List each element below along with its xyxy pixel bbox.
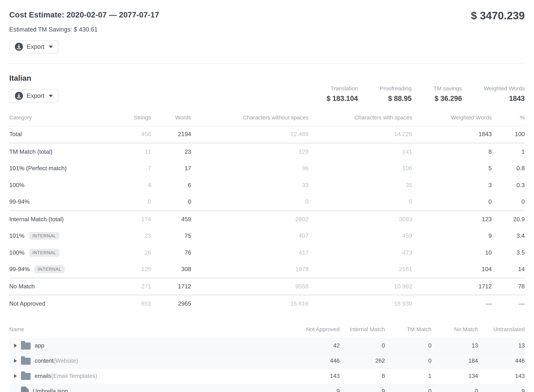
percent-cell: 100: [492, 126, 525, 143]
file-row-umbrella-json[interactable]: JSON Umbrella.json 9 9 0 0 9: [9, 384, 525, 392]
words-cell: 6: [151, 177, 191, 194]
not-approved-cell: 42: [293, 338, 340, 353]
file-name-suffix: (Email Templates): [51, 373, 97, 379]
percent-cell: 3.5: [492, 244, 525, 261]
cost-row-101-internal: 101% Internal 23 75 407 459 9 3.4: [9, 227, 525, 244]
chars-without-cell: 2802: [191, 210, 309, 227]
weighted-cell: 10: [412, 244, 492, 261]
file-name: app: [35, 342, 44, 349]
chars-with-cell: 3093: [309, 210, 412, 227]
file-row-content[interactable]: content(Website) 446 262 0 184 446: [9, 353, 525, 369]
tm-match-cell: 0: [385, 338, 432, 353]
grand-total-amount: $ 3470.239: [471, 9, 525, 22]
stat-label: Translation: [326, 85, 358, 92]
chars-without-cell: 0: [191, 194, 309, 210]
column-header-words: Words: [151, 111, 191, 126]
column-header-not-approved: Not Approved: [293, 323, 340, 338]
chars-with-cell: 0: [309, 194, 412, 210]
weighted-cell: 1712: [412, 278, 492, 295]
category-label: 100%: [9, 249, 24, 256]
tm-match-cell: 0: [385, 353, 432, 369]
cost-row-99-94-internal: 99-94% Internal 125 308 1978 2161 104 14: [9, 261, 525, 278]
cost-row-no-match: No Match 271 1712 9558 10 992 1712 78: [9, 278, 525, 295]
page-title: Cost Estimate: 2020-02-07 — 2077-07-17: [9, 10, 525, 19]
stat-proofreading: Proofreading $ 88.95: [380, 85, 412, 103]
percent-cell: 3.4: [492, 227, 525, 244]
column-header-internal-match: Internal Match: [340, 323, 385, 338]
strings-cell: 653: [113, 295, 151, 312]
stat-translation: Translation $ 183.104: [326, 85, 358, 103]
weighted-cell: 104: [412, 261, 492, 278]
chars-with-cell: 106: [309, 160, 412, 177]
strings-cell: 7: [113, 160, 151, 177]
expand-chevron-icon[interactable]: [14, 374, 17, 378]
chars-with-cell: 2161: [309, 261, 412, 278]
not-approved-cell: 143: [293, 369, 340, 384]
language-toolbar: Export Translation $ 183.104 Proofreadin…: [9, 83, 525, 103]
internal-match-cell: 0: [340, 338, 385, 353]
column-header-untranslated: Untranslated: [478, 323, 525, 338]
weighted-cell: 5: [412, 160, 492, 177]
export-button-label: Export: [27, 43, 44, 50]
internal-badge: Internal: [34, 265, 65, 273]
category-label: 99-94%: [9, 198, 30, 205]
words-cell: 459: [151, 210, 191, 227]
chars-without-cell: 129: [191, 143, 309, 160]
export-button[interactable]: Export: [9, 40, 58, 53]
column-header-weighted: Weighted Words: [412, 111, 492, 126]
cost-breakdown-table: Category Strings Words Characters withou…: [9, 111, 525, 312]
chars-without-cell: 1978: [191, 261, 309, 278]
report-header: Cost Estimate: 2020-02-07 — 2077-07-17 $…: [9, 0, 525, 64]
category-label: Total: [9, 131, 22, 138]
strings-cell: 4: [113, 177, 151, 194]
words-cell: 76: [151, 244, 191, 261]
expand-chevron-icon[interactable]: [14, 344, 17, 348]
strings-cell: 11: [113, 143, 151, 160]
not-approved-cell: 9: [293, 384, 340, 392]
files-table-header-row: Name Not Approved Internal Match TM Matc…: [9, 323, 525, 338]
words-cell: 23: [151, 143, 191, 160]
not-approved-cell: 446: [293, 353, 340, 369]
percent-cell: 20.9: [492, 210, 525, 227]
language-export-button[interactable]: Export: [9, 89, 58, 103]
folder-icon: [21, 342, 31, 350]
stat-value: $ 183.104: [326, 95, 358, 103]
weighted-cell: 1843: [412, 126, 492, 143]
weighted-cell: —: [412, 295, 492, 312]
no-match-cell: 0: [432, 384, 478, 392]
weighted-cell: 123: [412, 210, 492, 227]
expand-chevron-icon[interactable]: [14, 359, 17, 363]
strings-cell: 23: [113, 227, 151, 244]
file-name-suffix: (Website): [54, 358, 78, 364]
cost-row-total: Total 456 2194 12 489 14 226 1843 100: [9, 126, 525, 143]
strings-cell: 26: [113, 244, 151, 261]
category-label: 99-94%: [9, 266, 30, 273]
file-row-app[interactable]: app 42 0 0 13 13: [9, 338, 525, 353]
chars-with-cell: 473: [309, 244, 412, 261]
percent-cell: 1: [492, 143, 525, 160]
strings-cell: 174: [113, 210, 151, 227]
cost-row-100: 100% 4 6 33 35 3 0.3: [9, 177, 525, 194]
strings-cell: 125: [113, 261, 151, 278]
internal-match-cell: 9: [340, 384, 385, 392]
chars-with-cell: 459: [309, 227, 412, 244]
percent-cell: 0.3: [492, 177, 525, 194]
json-file-icon: JSON: [21, 387, 29, 392]
no-match-cell: 13: [432, 338, 478, 353]
words-cell: 1712: [151, 278, 191, 295]
file-row-emails[interactable]: emails(Email Templates) 143 8 1 134 143: [9, 369, 525, 384]
file-name: emails(Email Templates): [35, 373, 97, 379]
chars-without-cell: 407: [191, 227, 309, 244]
weighted-cell: 8: [412, 143, 492, 160]
cost-row-99-94: 99-94% 0 0 0 0 0 0: [9, 194, 525, 210]
category-label: Internal Match (total): [9, 216, 64, 223]
cost-row-tm-match-total: TM Match (total) 11 23 129 141 8 1: [9, 143, 525, 160]
cost-row-100-internal: 100% Internal 26 76 417 473 10 3.5: [9, 244, 525, 261]
file-name: Umbrella.json: [33, 388, 68, 392]
tm-savings-subtitle: Estimated TM Savings: $ 430.61: [9, 26, 525, 33]
weighted-cell: 3: [412, 177, 492, 194]
words-cell: 2194: [151, 126, 191, 143]
chars-without-cell: 12 489: [191, 126, 309, 143]
words-cell: 75: [151, 227, 191, 244]
files-table: Name Not Approved Internal Match TM Matc…: [9, 323, 525, 392]
